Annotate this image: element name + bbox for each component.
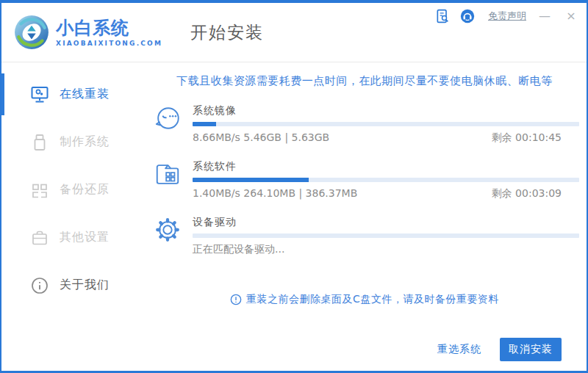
toolbox-icon [31, 229, 49, 247]
sidebar-item-label: 制作系统 [60, 134, 110, 150]
backup-warning-note: 重装之前会删除桌面及C盘文件，请及时备份重要资料 [150, 293, 579, 306]
backup-blocks-icon [31, 181, 49, 199]
progress-fill [193, 122, 216, 126]
task-detail: 8.66MB/s 5.46GB | 5.63GB [193, 131, 329, 145]
task-name: 系统软件 [193, 160, 579, 173]
sidebar-item-backup-restore[interactable]: 备份还原 [1, 166, 148, 214]
sidebar-item-label: 关于我们 [60, 278, 110, 293]
sidebar: 在线重装 制作系统 备份还原 [1, 62, 148, 324]
progress-fill [193, 178, 309, 182]
task-system-image: 系统镜像 8.66MB/s 5.46GB | 5.63GB 剩余 00:10:4… [150, 104, 579, 145]
sidebar-item-other-settings[interactable]: 其他设置 [1, 214, 148, 261]
mascot-face-icon [154, 104, 182, 132]
task-name: 设备驱动 [193, 216, 579, 229]
brand-name: 小白系统 [56, 18, 162, 37]
active-indicator [1, 73, 4, 115]
task-detail: 正在匹配设备驱动... [193, 243, 284, 256]
task-device-driver: 设备驱动 正在匹配设备驱动... [150, 216, 579, 256]
reselect-system-button[interactable]: 重选系统 [437, 343, 481, 356]
task-name: 系统镜像 [193, 104, 579, 117]
monitor-icon [31, 86, 49, 104]
sidebar-item-label: 其他设置 [60, 230, 110, 245]
cancel-install-button[interactable]: 取消安装 [500, 338, 562, 361]
task-detail: 1.40MB/s 264.10MB | 386.37MB [193, 187, 357, 200]
gear-icon [154, 216, 182, 244]
folder-apps-icon [154, 160, 182, 188]
header: 小白系统 XIAOBAIXITONG.COM 开始安装 免责声明 — × [1, 3, 587, 62]
download-notice: 下载且收集资源需要耗费一点时间，在此期间尽量不要使电脑休眠、断电等 [150, 74, 579, 88]
alert-circle-icon [230, 294, 242, 305]
brand-logo-icon [13, 14, 50, 51]
main-content: 下载且收集资源需要耗费一点时间，在此期间尽量不要使电脑休眠、断电等 系统镜像 [148, 62, 587, 324]
progress-bar [193, 122, 579, 126]
progress-bar [193, 233, 579, 238]
app-window: 小白系统 XIAOBAIXITONG.COM 开始安装 免责声明 — × [0, 0, 588, 373]
task-remaining [562, 243, 579, 256]
sidebar-item-about-us[interactable]: 关于我们 [1, 261, 148, 309]
task-remaining: 剩余 00:10:45 [492, 131, 579, 145]
footer: 重选系统 取消安装 [1, 324, 587, 371]
brand-domain: XIAOBAIXITONG.COM [56, 40, 162, 47]
minimize-button[interactable]: — [537, 9, 553, 23]
usb-icon [31, 134, 49, 151]
task-remaining: 剩余 00:03:09 [492, 187, 579, 200]
doc-search-icon[interactable] [435, 9, 450, 23]
page-title: 开始安装 [190, 21, 264, 44]
disclaimer-link[interactable]: 免责声明 [488, 10, 526, 23]
backup-warning-text: 重装之前会删除桌面及C盘文件，请及时备份重要资料 [246, 293, 499, 306]
sidebar-item-label: 备份还原 [60, 182, 110, 198]
sidebar-item-make-system[interactable]: 制作系统 [1, 118, 148, 166]
progress-bar [193, 178, 579, 182]
info-icon [31, 277, 49, 294]
customer-service-icon[interactable] [460, 9, 475, 23]
brand-logo-area: 小白系统 XIAOBAIXITONG.COM [13, 14, 162, 51]
task-system-software: 系统软件 1.40MB/s 264.10MB | 386.37MB 剩余 00:… [150, 160, 579, 200]
sidebar-item-label: 在线重装 [60, 87, 110, 102]
close-button[interactable]: × [563, 9, 579, 23]
sidebar-item-online-reinstall[interactable]: 在线重装 [1, 70, 148, 118]
